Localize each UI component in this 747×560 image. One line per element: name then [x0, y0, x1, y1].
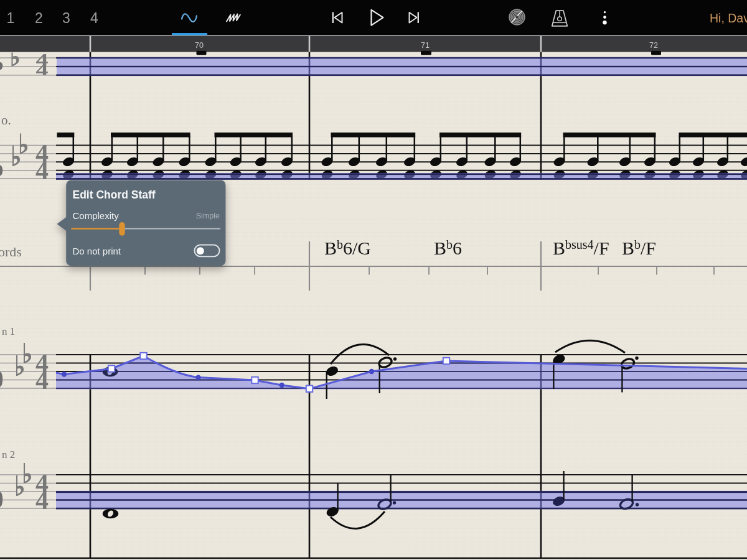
svg-text:1: 1 [7, 10, 15, 26]
svg-text:Complexity: Complexity [73, 210, 120, 221]
svg-text:Bb6/G: Bb6/G [324, 238, 371, 258]
svg-text:3: 3 [62, 10, 70, 26]
svg-text:n 2: n 2 [2, 449, 15, 460]
svg-text:ords: ords [0, 244, 22, 259]
svg-text:4: 4 [35, 486, 49, 515]
svg-text:72: 72 [649, 41, 658, 50]
svg-text:71: 71 [421, 41, 430, 50]
svg-text:2: 2 [35, 10, 43, 26]
svg-text:4: 4 [35, 156, 49, 185]
svg-text:4: 4 [90, 10, 98, 26]
svg-text:Simple: Simple [196, 212, 220, 220]
svg-text:4: 4 [36, 60, 49, 79]
svg-text:o.: o. [1, 113, 11, 128]
svg-text:70: 70 [195, 41, 204, 50]
svg-text:Edit Chord Staff: Edit Chord Staff [73, 189, 156, 201]
svg-text:Do not print: Do not print [73, 246, 121, 256]
svg-text:n 1: n 1 [2, 325, 15, 337]
svg-text:4: 4 [35, 366, 49, 394]
svg-text:Hi, Davi: Hi, Davi [710, 11, 747, 25]
